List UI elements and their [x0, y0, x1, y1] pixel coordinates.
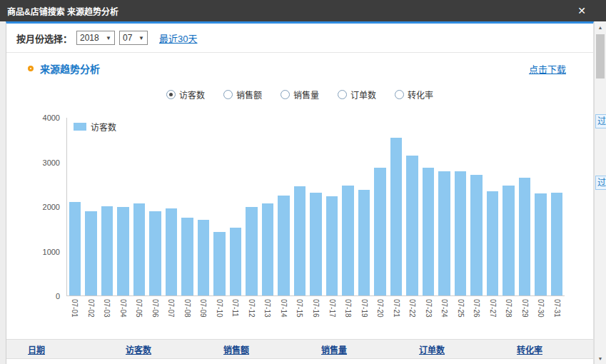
bar-07-18[interactable]	[342, 186, 353, 295]
bar-07-12[interactable]	[246, 207, 257, 295]
bar-07-01[interactable]	[69, 202, 81, 295]
x-tick-label: 07-19	[360, 299, 368, 333]
section-header-row: 来源趋势分析 点击下载	[6, 53, 593, 80]
x-tick-label: 07-26	[473, 299, 480, 333]
bar-07-07[interactable]	[166, 208, 177, 295]
scrollbar-thumb[interactable]	[596, 34, 605, 79]
bar-07-21[interactable]	[390, 138, 402, 295]
radio-button-icon[interactable]	[223, 90, 233, 99]
x-tick-label: 07-05	[135, 299, 142, 333]
x-tick-label: 07-24	[440, 299, 448, 333]
table-row	[6, 359, 593, 364]
bar-07-13[interactable]	[262, 203, 273, 295]
bar-07-11[interactable]	[230, 228, 241, 295]
table-header-row: 日期访客数销售额销售量订单数转化率	[6, 340, 593, 359]
table-header-link-2[interactable]: 访客数	[126, 345, 151, 355]
month-select[interactable]: 07 ▼	[119, 31, 148, 45]
bullet-ring-icon	[28, 66, 34, 71]
x-tick-label: 07-12	[248, 299, 255, 333]
table-header-cell: 访客数	[104, 343, 202, 355]
radio-button-icon[interactable]	[166, 90, 176, 99]
radio-button-icon[interactable]	[338, 90, 347, 99]
x-tick-label: 07-07	[167, 299, 174, 333]
scroll-up-icon[interactable]: ▲	[595, 21, 606, 33]
y-tick-label: 0	[56, 293, 60, 300]
bar-07-24[interactable]	[438, 171, 450, 295]
bar-07-14[interactable]	[278, 196, 289, 295]
bar-07-10[interactable]	[213, 232, 225, 295]
y-tick-label: 4000	[43, 114, 60, 122]
bar-07-20[interactable]	[374, 168, 385, 295]
bar-07-04[interactable]	[117, 207, 128, 295]
bar-07-26[interactable]	[470, 175, 482, 295]
bar-07-03[interactable]	[101, 206, 113, 295]
x-tick-label: 07-20	[376, 299, 383, 333]
x-tick-label: 07-29	[521, 299, 528, 333]
table-header-cell: 订单数	[398, 343, 495, 355]
metrics-table: 日期访客数销售额销售量订单数转化率	[6, 339, 593, 364]
chart-legend[interactable]: 访客数	[74, 121, 116, 133]
table-header-cell: 销售量	[300, 343, 398, 355]
recent-30-days-link[interactable]: 最近30天	[159, 31, 197, 45]
bar-07-25[interactable]	[455, 171, 466, 295]
metric-radio-label: 订单数	[350, 89, 376, 101]
metric-radio-label: 转化率	[408, 89, 433, 101]
bar-07-06[interactable]	[149, 211, 161, 295]
bar-07-28[interactable]	[503, 186, 514, 295]
side-tab-fragment-2[interactable]: 过	[595, 176, 606, 190]
bar-07-02[interactable]	[85, 211, 96, 295]
metric-radio-3[interactable]: 销售量	[281, 89, 319, 101]
bar-07-31[interactable]	[551, 193, 562, 295]
x-tick-label: 07-13	[263, 299, 271, 333]
modal-title: 商品&店铺搜索 来源趋势分析	[7, 5, 118, 17]
radio-button-icon[interactable]	[281, 90, 290, 99]
table-header-link-3[interactable]: 销售额	[223, 345, 249, 355]
metric-radio-label: 销售量	[293, 89, 319, 101]
metric-radio-label: 销售额	[236, 89, 262, 101]
x-tick-label: 07-14	[280, 299, 287, 333]
vertical-scrollbar[interactable]: ▲ ▼	[594, 21, 606, 364]
bar-07-27[interactable]	[487, 191, 498, 295]
month-select-value: 07	[123, 33, 132, 43]
x-tick-label: 07-18	[344, 299, 351, 333]
metric-radio-2[interactable]: 销售额	[223, 89, 262, 101]
bar-07-19[interactable]	[358, 190, 370, 295]
bar-07-15[interactable]	[294, 186, 305, 295]
scroll-down-icon[interactable]: ▼	[595, 353, 606, 364]
metric-radio-label: 访客数	[179, 89, 205, 101]
x-tick-label: 07-15	[296, 299, 303, 333]
x-axis-labels: 07-0107-0207-0307-0407-0507-0607-0707-08…	[66, 296, 565, 333]
metric-radio-5[interactable]: 转化率	[395, 89, 433, 101]
table-header-link-1[interactable]: 日期	[28, 345, 45, 355]
bar-07-05[interactable]	[133, 203, 145, 295]
bar-07-08[interactable]	[181, 218, 193, 295]
download-link[interactable]: 点击下载	[529, 62, 566, 76]
close-icon[interactable]: ✕	[577, 6, 586, 16]
bar-07-23[interactable]	[423, 168, 434, 295]
x-tick-label: 07-22	[408, 299, 415, 333]
bar-07-30[interactable]	[535, 193, 546, 295]
table-header-link-4[interactable]: 销售量	[321, 345, 347, 355]
y-tick-label: 1000	[43, 248, 60, 256]
x-tick-label: 07-08	[183, 299, 191, 333]
trend-bar-chart: 访客数 01000200030004000 07-0107-0207-0307-…	[26, 109, 565, 333]
bar-07-29[interactable]	[519, 178, 530, 295]
metric-radio-1[interactable]: 访客数	[166, 89, 205, 101]
x-tick-label: 07-16	[312, 299, 319, 333]
year-select[interactable]: 2018 ▼	[76, 31, 115, 45]
modal-title-bar: 商品&店铺搜索 来源趋势分析 ✕	[0, 0, 606, 21]
side-tab-fragment-1[interactable]: 过	[595, 114, 606, 128]
x-tick-label: 07-17	[328, 299, 335, 333]
x-tick-label: 07-27	[489, 299, 496, 333]
bar-07-22[interactable]	[406, 156, 418, 295]
bar-07-16[interactable]	[310, 193, 321, 295]
table-header-link-6[interactable]: 转化率	[517, 345, 542, 355]
metric-radio-4[interactable]: 订单数	[338, 89, 376, 101]
x-tick-label: 07-01	[71, 299, 78, 333]
metric-radio-group: 访客数销售额销售量订单数转化率	[6, 80, 593, 106]
bar-07-17[interactable]	[326, 196, 338, 295]
month-filter-label: 按月份选择：	[16, 31, 72, 45]
table-header-link-5[interactable]: 订单数	[419, 345, 445, 355]
radio-button-icon[interactable]	[395, 90, 404, 99]
bar-07-09[interactable]	[198, 220, 209, 295]
